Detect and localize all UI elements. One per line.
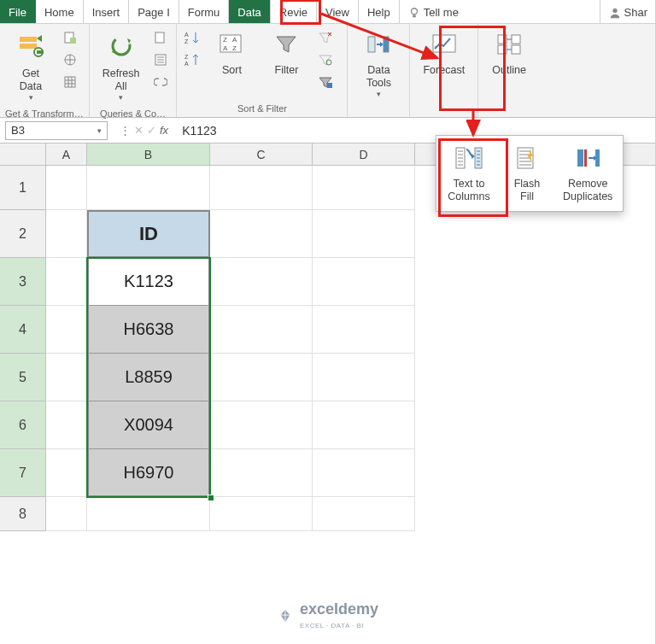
cell-C3[interactable] xyxy=(210,258,313,306)
col-header-D[interactable]: D xyxy=(313,143,415,165)
tab-formulas[interactable]: Formu xyxy=(179,0,230,23)
svg-rect-25 xyxy=(368,37,375,52)
svg-rect-31 xyxy=(512,45,520,54)
cell-B4[interactable]: H6638 xyxy=(87,306,210,354)
cell-B7[interactable]: H6970 xyxy=(87,449,210,497)
edit-links-button[interactable] xyxy=(150,72,171,92)
tab-data[interactable]: Data xyxy=(229,0,270,23)
cell-A4[interactable] xyxy=(46,306,87,354)
cell-D4[interactable] xyxy=(313,306,415,354)
svg-point-11 xyxy=(113,38,130,55)
remove-duplicates-button[interactable]: Remove Duplicates xyxy=(558,141,618,206)
cell-D8[interactable] xyxy=(313,497,415,531)
cell-D1[interactable] xyxy=(313,166,415,210)
cell-B5[interactable]: L8859 xyxy=(87,354,210,401)
cell-A1[interactable] xyxy=(46,166,87,210)
forecast-label: Forecast xyxy=(423,64,465,77)
remove-duplicates-icon xyxy=(575,144,600,174)
cell-A7[interactable] xyxy=(46,449,87,497)
refresh-label: Refresh All xyxy=(102,67,140,93)
data-tools-label: Data Tools xyxy=(366,64,391,90)
advanced-filter-button[interactable] xyxy=(315,72,336,92)
tab-share[interactable]: Shar xyxy=(600,0,656,23)
cell-D2[interactable] xyxy=(313,210,415,258)
cell-D3[interactable] xyxy=(313,258,415,306)
cell-C1[interactable] xyxy=(210,166,313,210)
svg-point-2 xyxy=(612,8,617,12)
tab-help[interactable]: Help xyxy=(359,0,400,23)
col-header-C[interactable]: C xyxy=(210,143,313,165)
data-tools-button[interactable]: Data Tools ▾ xyxy=(353,27,404,103)
filter-button[interactable]: Filter xyxy=(261,27,312,81)
name-box[interactable]: B3 ▾ xyxy=(5,121,108,140)
row-header-7[interactable]: 7 xyxy=(0,449,46,497)
flash-fill-button[interactable]: Flash Fill xyxy=(500,141,554,206)
from-text-button[interactable] xyxy=(60,27,80,48)
svg-rect-12 xyxy=(155,32,164,43)
cell-B3[interactable]: K1123 xyxy=(87,258,210,306)
select-all-corner[interactable] xyxy=(0,143,46,165)
row-header-3[interactable]: 3 xyxy=(0,258,46,306)
row-header-6[interactable]: 6 xyxy=(0,401,46,449)
row-header-5[interactable]: 5 xyxy=(0,354,46,401)
cell-A8[interactable] xyxy=(46,497,87,531)
group-queries: Refresh All ▾ Queries & Co… xyxy=(90,24,178,117)
cancel-icon[interactable]: ✕ xyxy=(134,124,144,137)
queries-button[interactable] xyxy=(150,27,171,48)
row-header-8[interactable]: 8 xyxy=(0,497,46,531)
group-forecast: Forecast xyxy=(410,24,478,117)
from-table-button[interactable] xyxy=(60,72,80,92)
from-web-button[interactable] xyxy=(60,50,80,70)
tab-review[interactable]: Revie xyxy=(271,0,317,23)
group-outline: Outline xyxy=(478,24,540,117)
cell-B6[interactable]: X0094 xyxy=(87,401,210,449)
get-data-button[interactable]: Get Data ▾ xyxy=(5,27,56,107)
cell-B2-header[interactable]: ID xyxy=(87,210,210,258)
cell-C5[interactable] xyxy=(210,354,313,401)
forecast-button[interactable]: Forecast xyxy=(415,27,472,81)
cell-A3[interactable] xyxy=(46,258,87,306)
tab-tell-me[interactable]: Tell me xyxy=(400,0,467,23)
cell-B1[interactable] xyxy=(87,166,210,210)
row-header-2[interactable]: 2 xyxy=(0,210,46,258)
cell-A5[interactable] xyxy=(46,354,87,401)
cell-C8[interactable] xyxy=(210,497,313,531)
row-3: 3 K1123 xyxy=(0,258,656,306)
cell-D6[interactable] xyxy=(313,401,415,449)
selection-handle[interactable] xyxy=(208,495,214,501)
col-header-B[interactable]: B xyxy=(87,143,210,165)
cell-C7[interactable] xyxy=(210,449,313,497)
enter-icon[interactable]: ✓ xyxy=(147,124,156,137)
clear-filter-button[interactable] xyxy=(315,27,336,48)
tab-home[interactable]: Home xyxy=(36,0,84,23)
cell-D7[interactable] xyxy=(313,449,415,497)
sort-desc-button[interactable]: ZA xyxy=(182,50,202,70)
reapply-filter-button[interactable] xyxy=(315,50,336,70)
col-header-A[interactable]: A xyxy=(46,143,87,165)
text-to-columns-button[interactable]: Text to Columns xyxy=(442,141,496,206)
row-header-1[interactable]: 1 xyxy=(0,166,46,210)
cell-C2[interactable] xyxy=(210,210,313,258)
cell-C4[interactable] xyxy=(210,306,313,354)
fx-icon[interactable]: fx xyxy=(160,124,168,137)
tab-view[interactable]: View xyxy=(317,0,359,23)
properties-button[interactable] xyxy=(150,50,171,70)
tab-file[interactable]: File xyxy=(0,0,36,23)
outline-button[interactable]: Outline xyxy=(483,27,535,81)
cell-D5[interactable] xyxy=(313,354,415,401)
row-header-4[interactable]: 4 xyxy=(0,306,46,354)
cell-B8[interactable] xyxy=(87,497,210,531)
tab-insert[interactable]: Insert xyxy=(84,0,130,23)
group-data-tools: Data Tools ▾ xyxy=(348,24,410,117)
sort-button[interactable]: ZAAZ Sort xyxy=(206,27,257,81)
svg-text:A: A xyxy=(184,61,189,67)
cell-C6[interactable] xyxy=(210,401,313,449)
sort-asc-button[interactable]: AZ xyxy=(182,27,202,48)
filter-label: Filter xyxy=(275,64,299,77)
cell-A6[interactable] xyxy=(46,401,87,449)
svg-rect-35 xyxy=(577,149,583,167)
refresh-all-button[interactable]: Refresh All ▾ xyxy=(95,27,148,107)
group-get-transform: Get Data ▾ Get & Transform… xyxy=(0,24,90,117)
cell-A2[interactable] xyxy=(46,210,87,258)
tab-page-layout[interactable]: Page I xyxy=(129,0,179,23)
